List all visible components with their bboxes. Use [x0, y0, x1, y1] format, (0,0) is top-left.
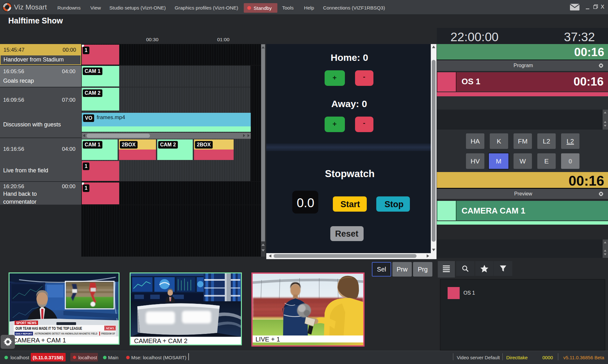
svg-text:DAILY REPORT: DAILY REPORT [16, 332, 32, 335]
svg-text:NEWS: NEWS [106, 327, 114, 330]
svg-text:SPORT NEWS: SPORT NEWS [16, 321, 36, 325]
svg-text:FREEDOM OF: FREEDOM OF [101, 332, 115, 335]
svg-text:OUR TEAM HAS MADE IT TO THE TO: OUR TEAM HAS MADE IT TO THE TOP LEAGUE [16, 326, 82, 331]
svg-text:ASTRONOMERS DETECT AN ANOMALOU: ASTRONOMERS DETECT AN ANOMALOUS MAGNETIC… [35, 332, 97, 335]
